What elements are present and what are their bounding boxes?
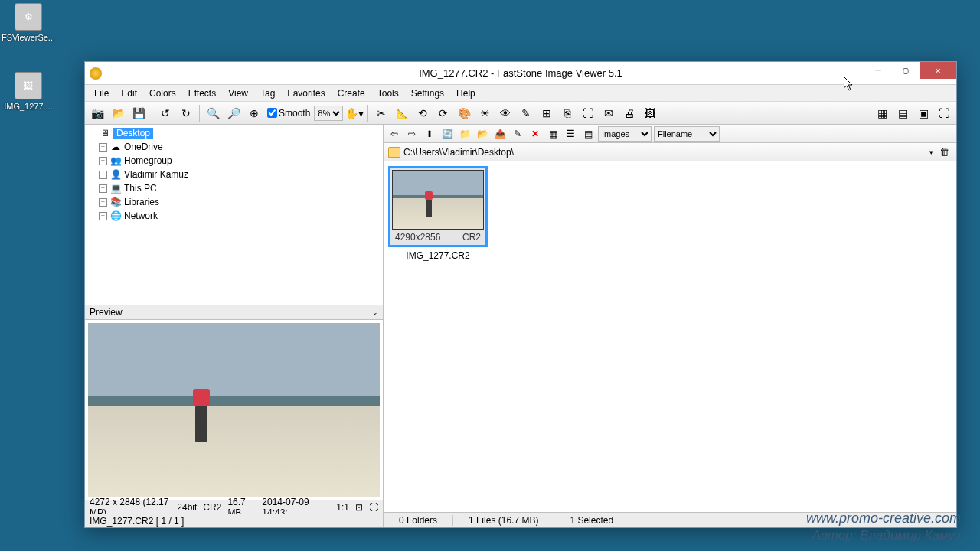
preview-status: 4272 x 2848 (12.17 MP) 24bit CR2 16.7 MB… [85,500,383,514]
copy-to-icon[interactable]: 📂 [475,126,490,142]
left-panel: 🖥 Desktop + ☁ OneDrive + 👥 Homegroup + 👤… [85,125,384,527]
status-bar: 0 Folders 1 Files (16.7 MB) 1 Selected [384,512,956,527]
path-bar: C:\Users\Vladimir\Desktop\ ▾ 🗑 [384,143,956,161]
expand-icon[interactable]: + [99,157,107,165]
actual-size-icon[interactable]: ⊕ [245,104,263,122]
network-icon: 🌐 [109,210,122,222]
thumbnail-item[interactable]: 4290x2856 CR2 IMG_1277.CR2 [388,166,488,261]
tree-item-user[interactable]: + 👤 Vladimir Kamuz [85,168,383,181]
resize-icon[interactable]: 📐 [393,104,411,122]
thumbnail-area[interactable]: 4290x2856 CR2 IMG_1277.CR2 [384,161,956,512]
clone-icon[interactable]: ⎘ [558,104,577,122]
menu-view[interactable]: View [222,86,254,100]
adjust-colors-icon[interactable]: 🎨 [455,104,473,122]
nav-up-icon[interactable]: ⬆ [422,126,437,142]
view-full-icon[interactable]: ▣ [914,104,933,122]
hand-tool-icon[interactable]: ✋▾ [345,104,364,122]
menu-file[interactable]: File [88,86,115,100]
tree-item-libraries[interactable]: + 📚 Libraries [85,195,383,209]
zoom-select[interactable]: 8% [314,106,343,121]
compare-icon[interactable]: ⊞ [537,104,556,122]
draw-icon[interactable]: ✎ [517,104,535,122]
brightness-icon[interactable]: ☀ [475,104,494,122]
expand-icon[interactable]: + [99,212,107,220]
sort-select[interactable]: Filename [654,126,720,142]
minimize-button[interactable]: ─ [864,62,892,79]
screenshot-icon[interactable]: ⛶ [579,104,597,122]
zoom-out-icon[interactable]: 🔎 [224,104,243,122]
rotate-right-icon[interactable]: ⟳ [434,104,452,122]
view-browser-icon[interactable]: ▤ [893,104,912,122]
detail-view-icon[interactable]: ▤ [580,126,596,142]
expand-icon[interactable]: ⛶ [369,502,378,513]
titlebar[interactable]: IMG_1277.CR2 - FastStone Image Viewer 5.… [85,62,956,85]
delete-icon[interactable]: ✕ [528,126,543,142]
user-icon: 👤 [109,168,122,181]
list-view-icon[interactable]: ☰ [563,126,578,142]
close-button[interactable]: ✕ [920,62,956,79]
thumb-view-icon[interactable]: ▦ [545,126,560,142]
nav-toolbar: ⇦ ⇨ ⬆ 🔄 📁 📂 📤 ✎ ✕ ▦ ☰ ▤ Images Filename [384,125,956,143]
desktop-icon-fsviewer[interactable]: ⚙ FSViewerSe... [0,3,57,42]
new-folder-icon[interactable]: 📁 [457,126,472,142]
app-icon [90,67,102,80]
menu-settings[interactable]: Settings [405,86,450,100]
recycle-bin-icon[interactable]: 🗑 [939,146,952,158]
email-icon[interactable]: ✉ [599,104,618,122]
redo-icon[interactable]: ↻ [177,104,195,122]
move-to-icon[interactable]: 📤 [492,126,508,142]
save-icon[interactable]: 💾 [129,104,148,122]
nav-refresh-icon[interactable]: 🔄 [439,126,455,142]
nav-back-icon[interactable]: ⇦ [387,126,402,142]
tree-item-onedrive[interactable]: + ☁ OneDrive [85,140,383,154]
expand-icon[interactable]: + [99,171,107,179]
tree-item-thispc[interactable]: + 💻 This PC [85,181,383,195]
view-thumbs-icon[interactable]: ▦ [873,104,891,122]
smooth-checkbox[interactable] [267,108,277,118]
smooth-toggle[interactable]: Smooth [266,108,312,119]
desktop-icon-img[interactable]: 🖼 IMG_1277.... [0,72,57,111]
red-eye-icon[interactable]: 👁 [496,104,514,122]
expand-icon[interactable]: + [99,198,107,207]
rotate-left-icon[interactable]: ⟲ [413,104,432,122]
expand-icon[interactable]: + [99,184,107,193]
tree-item-network[interactable]: + 🌐 Network [85,209,383,223]
menu-edit[interactable]: Edit [115,86,143,100]
menu-create[interactable]: Create [332,86,371,100]
image-file-icon: 🖼 [15,72,42,99]
main-window: IMG_1277.CR2 - FastStone Image Viewer 5.… [84,61,957,528]
maximize-button[interactable]: ▢ [892,62,920,79]
toolbar: 📷 📂 💾 ↺ ↻ 🔍 🔎 ⊕ Smooth 8% ✋▾ ✂ 📐 ⟲ ⟳ 🎨 ☀… [85,102,956,125]
tree-item-homegroup[interactable]: + 👥 Homegroup [85,154,383,168]
tree-item-desktop[interactable]: 🖥 Desktop [85,126,383,140]
acquire-icon[interactable]: 📷 [88,104,106,122]
undo-icon[interactable]: ↺ [156,104,175,122]
menu-colors[interactable]: Colors [143,86,182,100]
nav-forward-icon[interactable]: ⇨ [404,126,420,142]
menu-help[interactable]: Help [450,86,482,100]
collapse-preview-icon[interactable]: ⌄ [372,308,378,316]
expand-icon[interactable]: + [99,143,107,152]
print-icon[interactable]: 🖨 [620,104,639,122]
wallpaper-icon[interactable]: 🖼 [641,104,659,122]
rename-icon[interactable]: ✎ [510,126,525,142]
zoom-in-icon[interactable]: 🔍 [204,104,222,122]
filter-select[interactable]: Images [598,126,652,142]
fit-window-icon[interactable]: ⛶ [935,104,953,122]
fit-icon[interactable]: ⊡ [355,502,363,513]
menu-effects[interactable]: Effects [182,86,222,100]
menu-tools[interactable]: Tools [371,86,405,100]
path-dropdown-icon[interactable]: ▾ [926,148,936,156]
libraries-icon: 📚 [109,196,122,208]
homegroup-icon: 👥 [109,155,122,167]
current-path[interactable]: C:\Users\Vladimir\Desktop\ [403,147,923,158]
menu-tag[interactable]: Tag [254,86,281,100]
window-title: IMG_1277.CR2 - FastStone Image Viewer 5.… [85,67,956,79]
open-icon[interactable]: 📂 [109,104,127,122]
desktop-icon: 🖥 [99,127,111,139]
menu-favorites[interactable]: Favorites [281,86,331,100]
crop-icon[interactable]: ✂ [372,104,390,122]
preview-image[interactable] [85,320,383,500]
folder-tree[interactable]: 🖥 Desktop + ☁ OneDrive + 👥 Homegroup + 👤… [85,125,383,305]
right-panel: ⇦ ⇨ ⬆ 🔄 📁 📂 📤 ✎ ✕ ▦ ☰ ▤ Images Filename … [384,125,956,527]
